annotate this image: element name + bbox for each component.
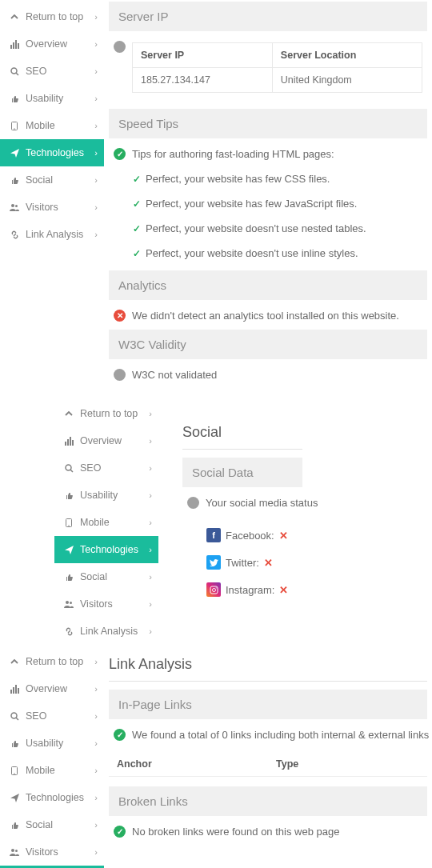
nav-link-analysis[interactable]: Link Analysis › xyxy=(0,221,104,248)
server-ip-table: Server IPServer Location 185.27.134.147U… xyxy=(132,42,422,93)
nav-social[interactable]: Social › xyxy=(54,563,158,590)
link-analysis-heading: Link Analysis xyxy=(109,645,427,678)
inpage-links-header: In-Page Links xyxy=(109,690,427,719)
nav-usability[interactable]: Usability › xyxy=(54,482,158,509)
nav-label: SEO xyxy=(26,66,94,77)
speed-intro: Tips for authoring fast-loading HTML pag… xyxy=(132,148,334,160)
nav-return-top[interactable]: Return to top › xyxy=(0,648,104,675)
nav-seo[interactable]: SEO › xyxy=(0,702,104,730)
check-icon: ✓ xyxy=(133,248,141,259)
nav-technologies[interactable]: Technologies › xyxy=(0,139,104,166)
nav-mobile[interactable]: Mobile › xyxy=(0,757,104,784)
check-icon: ✓ xyxy=(133,174,141,185)
nav-overview[interactable]: Overview › xyxy=(0,30,104,58)
tip-text: Perfect, your website doesn't use nested… xyxy=(146,222,366,234)
social-intro: Your social media status xyxy=(206,497,318,509)
svg-point-30 xyxy=(14,773,14,774)
svg-rect-10 xyxy=(65,442,66,446)
check-icon: ✓ xyxy=(133,198,141,210)
nav-label: Overview xyxy=(26,38,94,50)
nav-label: Mobile xyxy=(80,517,149,528)
nav-label: Visitors xyxy=(80,598,149,610)
users-icon xyxy=(62,600,75,608)
nav-usability[interactable]: Usability › xyxy=(0,85,104,112)
nav-link-analysis[interactable]: Link Analysis › xyxy=(54,618,158,645)
svg-point-27 xyxy=(11,713,17,718)
nav-seo[interactable]: SEO › xyxy=(54,454,158,482)
nav-visitors[interactable]: Visitors › xyxy=(0,838,104,866)
bar-chart-icon xyxy=(62,437,75,446)
nav-social[interactable]: Social › xyxy=(0,166,104,194)
plane-icon xyxy=(8,149,21,158)
th-type: Type xyxy=(268,752,427,777)
status-circle-icon xyxy=(187,497,199,509)
nav-label: Return to top xyxy=(26,11,94,22)
nav-label: SEO xyxy=(80,462,149,474)
nav-seo[interactable]: SEO › xyxy=(0,58,104,85)
social-row-ig: Instagram: ✕ xyxy=(206,576,432,603)
nav-visitors[interactable]: Visitors › xyxy=(0,194,104,221)
chevron-right-icon: › xyxy=(94,121,98,130)
check-circle-icon: ✓ xyxy=(114,826,126,838)
chevron-right-icon: › xyxy=(94,766,98,775)
nav-label: Visitors xyxy=(26,846,94,858)
nav-mobile[interactable]: Mobile › xyxy=(54,509,158,536)
nav-technologies[interactable]: Technologies › xyxy=(54,536,158,563)
nav-label: Social xyxy=(26,174,94,186)
chevron-right-icon: › xyxy=(94,12,98,22)
chevron-right-icon: › xyxy=(94,793,98,802)
inpage-msg: We found a total of 0 links including bo… xyxy=(132,729,432,741)
links-table: AnchorType xyxy=(109,752,427,777)
divider xyxy=(109,681,427,682)
x-circle-icon: ✕ xyxy=(114,310,126,322)
social-data-header: Social Data xyxy=(182,458,302,487)
chevron-right-icon: › xyxy=(149,545,152,554)
nav-label: Link Analysis xyxy=(80,626,149,637)
facebook-icon: f xyxy=(206,528,221,542)
chevron-right-icon: › xyxy=(94,94,98,103)
tip-text: Perfect, your website has few CSS files. xyxy=(146,173,330,185)
chevron-right-icon: › xyxy=(149,626,152,636)
svg-point-17 xyxy=(68,525,69,526)
link-icon xyxy=(8,230,21,239)
nav-usability[interactable]: Usability › xyxy=(0,730,104,757)
nav-mobile[interactable]: Mobile › xyxy=(0,112,104,139)
nav-return-top[interactable]: Return to top › xyxy=(54,400,158,427)
mobile-icon xyxy=(62,518,75,527)
instagram-icon xyxy=(206,582,221,597)
nav-label: Technologies xyxy=(26,792,94,803)
nav-visitors[interactable]: Visitors › xyxy=(54,590,158,618)
thumbs-up-icon xyxy=(8,739,21,748)
svg-point-4 xyxy=(11,68,17,74)
td-loc: United Kingdom xyxy=(272,68,422,93)
nav-overview[interactable]: Overview › xyxy=(0,675,104,702)
nav-technologies[interactable]: Technologies › xyxy=(0,784,104,811)
x-icon: ✕ xyxy=(279,530,288,542)
nav-label: Link Analysis xyxy=(26,229,94,240)
chevron-right-icon: › xyxy=(94,738,98,748)
chevron-right-icon: › xyxy=(94,657,98,666)
nav-return-top[interactable]: Return to top › xyxy=(0,3,104,30)
social-row-fb: f Facebook: ✕ xyxy=(206,522,432,549)
thumbs-up-icon xyxy=(8,176,21,185)
users-icon xyxy=(8,203,21,211)
svg-point-9 xyxy=(15,205,18,207)
w3c-header: W3C Validity xyxy=(109,330,427,359)
svg-rect-2 xyxy=(15,40,17,49)
nav-label: SEO xyxy=(26,710,94,722)
chevron-right-icon: › xyxy=(94,684,98,694)
nav-label: Social xyxy=(26,819,94,830)
fb-label: Facebook: xyxy=(226,530,274,542)
svg-point-14 xyxy=(66,465,71,470)
svg-point-21 xyxy=(212,588,215,591)
w3c-msg: W3C not validated xyxy=(132,369,217,381)
svg-rect-20 xyxy=(210,586,218,594)
social-list: f Facebook: ✕ Twitter: ✕ Instagram: ✕ xyxy=(182,515,432,610)
nav-label: Return to top xyxy=(80,408,149,419)
chevron-right-icon: › xyxy=(94,847,98,857)
nav-overview[interactable]: Overview › xyxy=(54,427,158,454)
status-circle-icon xyxy=(114,41,126,53)
nav-label: Return to top xyxy=(26,656,94,667)
nav-social[interactable]: Social › xyxy=(0,811,104,838)
svg-line-28 xyxy=(16,718,18,720)
